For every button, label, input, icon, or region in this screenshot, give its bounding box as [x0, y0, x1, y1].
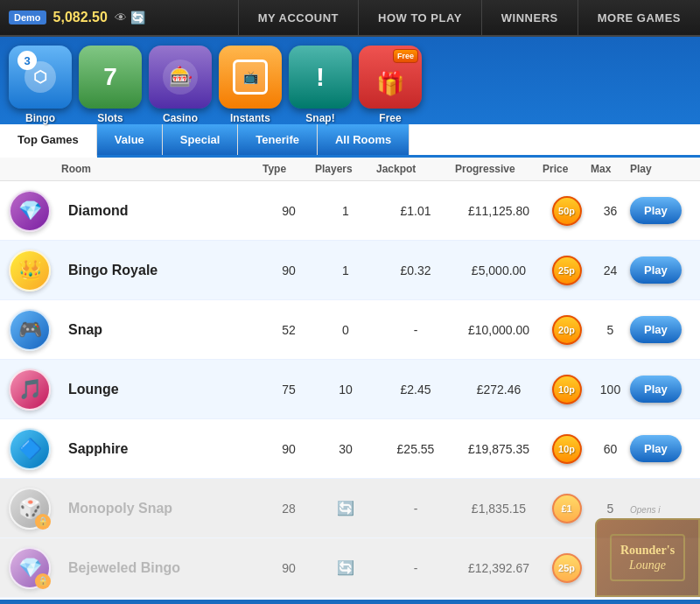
game-progressive-diamond: £11,125.80 — [455, 204, 542, 218]
game-players-lounge: 10 — [315, 383, 376, 397]
game-max-lounge: 100 — [591, 383, 630, 397]
game-jackpot-monopoly-snap: - — [376, 502, 455, 516]
game-avatar-diamond: 💎 — [9, 190, 51, 232]
game-type-lounge: 75 — [262, 383, 315, 397]
price-badge-monopoly-snap: £1 — [552, 494, 582, 523]
col-room: Room — [61, 163, 262, 175]
game-jackpot-lounge: £2.45 — [376, 383, 455, 397]
game-opens-monopoly-snap: Opens i — [630, 501, 691, 516]
game-progressive-monopoly-snap: £1,835.15 — [455, 502, 542, 516]
game-players-bingo-royale: 1 — [315, 263, 376, 277]
game-play-bingo-royale[interactable]: Play — [630, 256, 691, 284]
category-bingo-label: Bingo — [25, 112, 55, 124]
price-badge-lounge: 10p — [552, 375, 582, 404]
game-name-sapphire: Sapphire — [61, 441, 262, 457]
game-players-diamond: 1 — [315, 204, 376, 218]
tab-top-games[interactable]: Top Games — [0, 124, 97, 158]
play-button-bingo-royale[interactable]: Play — [630, 256, 682, 284]
game-players-snap: 0 — [315, 323, 376, 337]
game-price-bejeweled: 25p — [542, 553, 591, 583]
col-players: Players — [315, 163, 376, 175]
game-jackpot-bejeweled: - — [376, 561, 455, 575]
refresh-icon[interactable]: 🔄 — [130, 11, 145, 25]
game-avatar-snap: 🎮 — [9, 309, 51, 351]
game-play-sapphire[interactable]: Play — [630, 435, 691, 462]
game-max-diamond: 36 — [591, 204, 630, 218]
game-price-sapphire: 10p — [542, 434, 591, 464]
category-instants[interactable]: 📺 Instants — [219, 46, 282, 124]
table-row: 👑 Bingo Royale 90 1 £0.32 £5,000.00 25p … — [0, 241, 700, 300]
nav-how-to-play[interactable]: HOW TO PLAY — [358, 0, 481, 36]
game-max-sapphire: 60 — [591, 442, 630, 456]
eye-icon[interactable]: 👁 — [115, 11, 127, 25]
game-jackpot-snap: - — [376, 323, 455, 337]
category-slots[interactable]: 7 Slots — [79, 46, 142, 124]
play-button-snap[interactable]: Play — [630, 316, 682, 343]
nav-my-account[interactable]: MY ACCOUNT — [238, 0, 358, 36]
table-row: 🎵 Lounge 75 10 £2.45 £272.46 10p 100 Pla… — [0, 360, 700, 419]
col-jackpot: Jackpot — [376, 163, 455, 175]
category-bar: 3 ⬡ Bingo 7 Slots 🎰 Casino 📺 Instants — [0, 37, 700, 124]
play-button-sapphire[interactable]: Play — [630, 435, 682, 462]
nav-icons: 👁 🔄 — [115, 11, 145, 25]
game-progressive-bingo-royale: £5,000.00 — [455, 263, 542, 277]
game-avatar-lounge: 🎵 — [9, 369, 51, 411]
col-price: Price — [542, 163, 591, 175]
category-casino[interactable]: 🎰 Casino — [149, 46, 212, 124]
game-progressive-lounge: £272.46 — [455, 383, 542, 397]
category-snap-label: Snap! — [305, 112, 334, 124]
game-players-bejeweled: 🔄 — [315, 559, 376, 576]
table-header: Room Type Players Jackpot Progressive Pr… — [0, 158, 700, 181]
table-row: 💎 Diamond 90 1 £1.01 £11,125.80 50p 36 P… — [0, 181, 700, 241]
rounders-line2: Lounge — [620, 558, 675, 572]
top-navigation: Demo 5,082.50 👁 🔄 MY ACCOUNT HOW TO PLAY… — [0, 0, 700, 37]
nav-winners[interactable]: WINNERS — [481, 0, 578, 36]
games-table-area: Room Type Players Jackpot Progressive Pr… — [0, 158, 700, 600]
category-free[interactable]: Free 🎁 Free — [359, 46, 422, 124]
free-badge: Free — [393, 49, 418, 63]
game-type-snap: 52 — [262, 323, 315, 337]
play-button-diamond[interactable]: Play — [630, 197, 682, 224]
game-play-lounge[interactable]: Play — [630, 376, 691, 403]
rounders-line1: Rounder's — [620, 543, 675, 558]
tab-tenerife[interactable]: Tenerife — [238, 124, 318, 155]
game-price-bingo-royale: 25p — [542, 256, 591, 285]
category-bingo[interactable]: 3 ⬡ Bingo — [9, 46, 72, 124]
category-free-label: Free — [379, 112, 401, 124]
game-players-sapphire: 30 — [315, 442, 376, 456]
table-row: 🔷 Sapphire 90 30 £25.55 £19,875.35 10p 6… — [0, 419, 700, 479]
game-avatar-sapphire: 🔷 — [9, 428, 51, 470]
game-avatar-bingo-royale: 👑 — [9, 249, 51, 291]
rounders-lounge-badge[interactable]: Rounder's Lounge — [595, 518, 700, 597]
game-price-snap: 20p — [542, 315, 591, 345]
game-name-lounge: Lounge — [61, 382, 262, 397]
nav-links: MY ACCOUNT HOW TO PLAY WINNERS MORE GAME… — [158, 0, 700, 36]
game-play-snap[interactable]: Play — [630, 316, 691, 343]
play-button-lounge[interactable]: Play — [630, 376, 682, 403]
category-casino-label: Casino — [163, 112, 198, 124]
tab-special[interactable]: Special — [163, 124, 239, 155]
game-jackpot-sapphire: £25.55 — [376, 442, 455, 456]
game-jackpot-bingo-royale: £0.32 — [376, 263, 455, 277]
col-play: Play — [630, 163, 691, 175]
tab-all-rooms[interactable]: All Rooms — [318, 124, 410, 155]
price-badge-bejeweled: 25p — [552, 553, 582, 583]
category-snap[interactable]: ! Snap! — [289, 46, 352, 124]
game-avatar-bejeweled: 💎 🔒 — [9, 547, 51, 589]
balance-amount: 5,082.50 — [53, 10, 108, 25]
col-max: Max — [591, 163, 630, 175]
nav-more-games[interactable]: MORE GAMES — [578, 0, 700, 36]
game-players-monopoly-snap: 🔄 — [315, 500, 376, 516]
opens-label-monopoly-snap: Opens i — [630, 505, 660, 515]
game-jackpot-diamond: £1.01 — [376, 204, 455, 218]
demo-badge: Demo — [9, 11, 46, 25]
table-row: 🎮 Snap 52 0 - £10,000.00 20p 5 Play — [0, 300, 700, 360]
price-badge-bingo-royale: 25p — [552, 256, 582, 285]
tabs-bar: Top Games Value Special Tenerife All Roo… — [0, 124, 700, 158]
col-progressive: Progressive — [455, 163, 542, 175]
game-name-snap: Snap — [61, 322, 262, 338]
game-price-diamond: 50p — [542, 196, 591, 226]
tab-value[interactable]: Value — [97, 124, 163, 155]
category-instants-label: Instants — [230, 112, 270, 124]
game-play-diamond[interactable]: Play — [630, 197, 691, 224]
